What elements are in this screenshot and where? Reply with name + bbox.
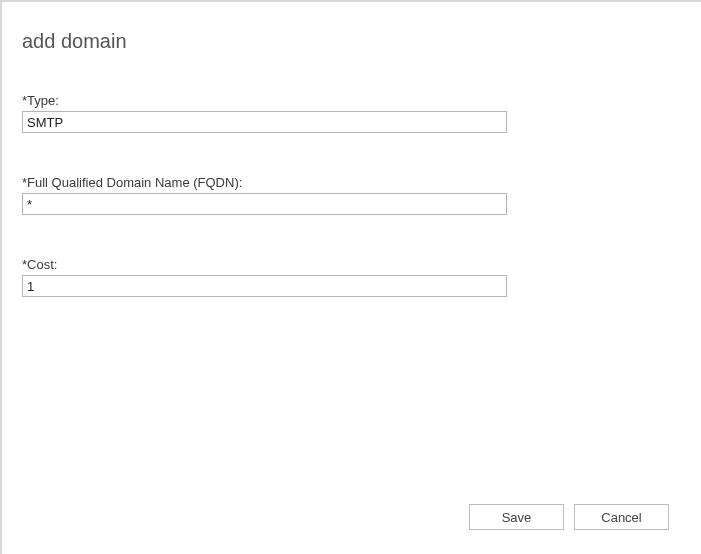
fqdn-input[interactable] (22, 193, 507, 215)
type-label: *Type: (22, 93, 681, 108)
cost-input[interactable] (22, 275, 507, 297)
fqdn-field: *Full Qualified Domain Name (FQDN): (22, 175, 681, 215)
cancel-button[interactable]: Cancel (574, 504, 669, 530)
fqdn-label: *Full Qualified Domain Name (FQDN): (22, 175, 681, 190)
add-domain-dialog: add domain *Type: *Full Qualified Domain… (2, 2, 701, 554)
button-row: Save Cancel (469, 504, 669, 530)
cost-field: *Cost: (22, 257, 681, 297)
type-field: *Type: (22, 93, 681, 133)
type-input[interactable] (22, 111, 507, 133)
save-button[interactable]: Save (469, 504, 564, 530)
dialog-title: add domain (22, 30, 681, 53)
cost-label: *Cost: (22, 257, 681, 272)
